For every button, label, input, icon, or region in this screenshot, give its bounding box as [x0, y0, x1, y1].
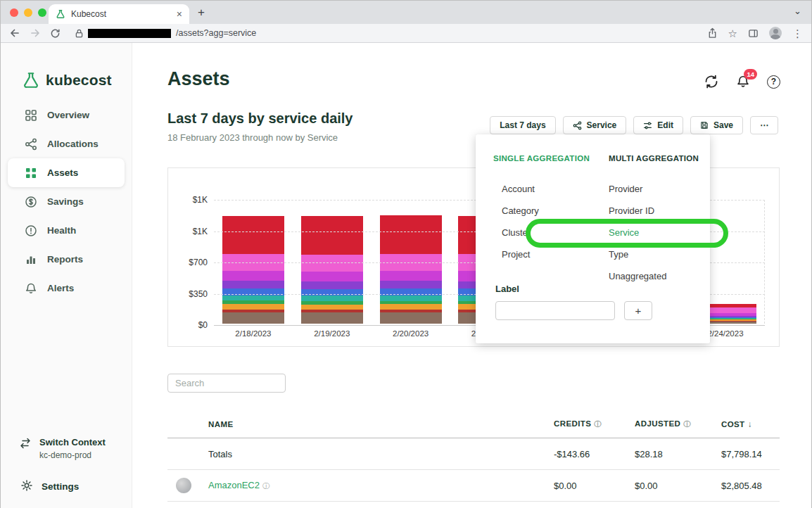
dollar-coin-icon: [25, 196, 37, 208]
health-alert-icon: [25, 224, 37, 237]
search-input[interactable]: [167, 374, 286, 393]
close-window-button[interactable]: [10, 8, 18, 17]
kubecost-logo[interactable]: kubecost: [22, 71, 112, 89]
info-icon: ⓘ: [683, 420, 690, 428]
column-header-adjusted[interactable]: ADJUSTEDⓘ: [635, 419, 721, 429]
chart-y-tick-label: $1K: [174, 195, 208, 205]
tabs-menu-chevron-icon[interactable]: ⌄: [794, 6, 801, 16]
edit-button[interactable]: Edit: [633, 116, 683, 134]
switch-context-button[interactable]: Switch Context kc-demo-prod: [19, 437, 106, 460]
option-unaggregated[interactable]: Unaggregated: [609, 265, 716, 287]
forward-icon[interactable]: [30, 27, 41, 39]
sliders-icon: [643, 121, 652, 130]
notifications-bell[interactable]: 14: [736, 75, 750, 89]
sidebar-item-health[interactable]: Health: [1, 216, 132, 245]
sidebar-item-savings[interactable]: Savings: [1, 187, 132, 216]
ellipsis-icon: ⋯: [760, 120, 768, 130]
sidebar-item-label: Allocations: [47, 139, 99, 149]
browser-titlebar: Kubecost × + ⌄: [1, 1, 811, 24]
chart-segment-segment-magenta: [222, 271, 284, 281]
sort-desc-icon: ↓: [748, 419, 752, 429]
sidebar-item-label: Health: [47, 225, 76, 236]
table-row[interactable]: AmazonEC2ⓘ $0.00 $0.00 $2,805.48: [167, 470, 780, 502]
option-project[interactable]: Project: [502, 243, 609, 265]
chart-segment-segment-purple: [301, 281, 363, 289]
bell-icon: [25, 282, 37, 295]
sidebar-item-label: Overview: [47, 110, 89, 120]
chart-bar[interactable]: 2/18/2023: [222, 216, 284, 324]
chart-segment-segment-teal: [222, 296, 284, 301]
label-input[interactable]: [495, 301, 615, 320]
chart-bar[interactable]: 2/19/2023: [301, 216, 363, 324]
share-icon[interactable]: [707, 27, 718, 39]
help-icon[interactable]: ?: [767, 75, 780, 89]
chart-y-tick-label: $0: [174, 320, 208, 330]
tab-multi-aggregation[interactable]: MULTI AGGREGATION: [609, 154, 699, 163]
browser-menu-kebab-icon[interactable]: ⋮: [792, 28, 803, 39]
assets-grid-icon: [25, 167, 37, 179]
address-bar[interactable]: /assets?agg=service: [75, 28, 698, 38]
option-provider[interactable]: Provider: [609, 178, 716, 200]
chart-segment-segment-blue: [301, 289, 363, 296]
minimize-window-button[interactable]: [24, 8, 32, 17]
aggregation-options-left: Account Category Cluster Project: [502, 178, 609, 287]
option-type[interactable]: Type: [609, 243, 716, 265]
totals-cost: $7,798.14: [721, 449, 780, 459]
back-icon[interactable]: [9, 27, 20, 39]
save-button[interactable]: Save: [690, 116, 743, 134]
aggregation-tabs: SINGLE AGGREGATION MULTI AGGREGATION: [493, 154, 699, 163]
column-header-credits[interactable]: CREDITSⓘ: [554, 419, 635, 429]
browser-toolbar: /assets?agg=service ☆ ⋮: [1, 24, 811, 43]
sidebar-item-alerts[interactable]: Alerts: [1, 274, 132, 303]
share-nodes-icon: [25, 138, 37, 151]
option-provider-id[interactable]: Provider ID: [609, 200, 716, 222]
chart-segment-segment-orange: [301, 305, 363, 310]
info-icon: ⓘ: [594, 420, 601, 428]
more-options-button[interactable]: ⋯: [750, 116, 778, 134]
option-service[interactable]: Service: [609, 222, 716, 243]
chart-segment-segment-orange: [380, 304, 442, 310]
sidebar-nav: Overview Allocations Assets: [1, 101, 132, 303]
browser-window: Kubecost × + ⌄ /assets?agg=service ☆: [0, 0, 812, 508]
chart-segment-segment-brown: [301, 312, 363, 324]
label-heading: Label: [495, 284, 519, 294]
side-panel-icon[interactable]: [748, 28, 759, 39]
switch-context-label: Switch Context: [39, 437, 106, 447]
new-tab-button[interactable]: +: [198, 6, 205, 20]
chart-x-label: 2/18/2023: [235, 329, 271, 338]
sidebar-item-reports[interactable]: Reports: [1, 245, 132, 274]
bookmark-star-icon[interactable]: ☆: [728, 28, 737, 39]
maximize-window-button[interactable]: [38, 8, 46, 17]
sidebar-item-label: Reports: [47, 254, 83, 265]
page-title: Assets: [167, 68, 230, 90]
column-header-name[interactable]: NAME: [167, 420, 554, 428]
gear-icon: [20, 479, 33, 494]
aggregate-by-button[interactable]: Service: [563, 116, 627, 134]
sidebar-item-overview[interactable]: Overview: [1, 101, 132, 129]
sidebar-item-allocations[interactable]: Allocations: [1, 129, 132, 158]
column-header-cost[interactable]: COST↓: [721, 419, 780, 429]
browser-tab[interactable]: Kubecost ×: [49, 4, 189, 24]
service-link[interactable]: AmazonEC2: [208, 480, 260, 490]
totals-name: Totals: [167, 449, 554, 459]
date-range-button[interactable]: Last 7 days: [490, 116, 555, 134]
settings-button[interactable]: Settings: [20, 479, 79, 494]
chart-segment-segment-magenta: [380, 271, 442, 281]
chart-segment-segment-red: [380, 215, 442, 253]
traffic-lights: [10, 8, 46, 17]
sidebar-item-assets[interactable]: Assets: [8, 158, 125, 187]
option-category[interactable]: Category: [502, 200, 609, 222]
chart-segment-segment-brown: [380, 312, 442, 324]
chart-segment-segment-purple: [380, 281, 442, 288]
option-account[interactable]: Account: [502, 178, 609, 200]
tab-title: Kubecost: [71, 9, 106, 19]
option-cluster[interactable]: Cluster: [502, 222, 609, 243]
sidebar-item-label: Alerts: [47, 283, 74, 293]
reload-icon[interactable]: [50, 28, 61, 39]
profile-avatar[interactable]: [769, 27, 782, 39]
tab-close-icon[interactable]: ×: [177, 9, 182, 19]
add-label-button[interactable]: +: [624, 301, 652, 320]
refresh-sync-icon[interactable]: [704, 74, 719, 89]
tab-single-aggregation[interactable]: SINGLE AGGREGATION: [493, 154, 590, 163]
service-cost: $2,805.48: [721, 481, 780, 491]
